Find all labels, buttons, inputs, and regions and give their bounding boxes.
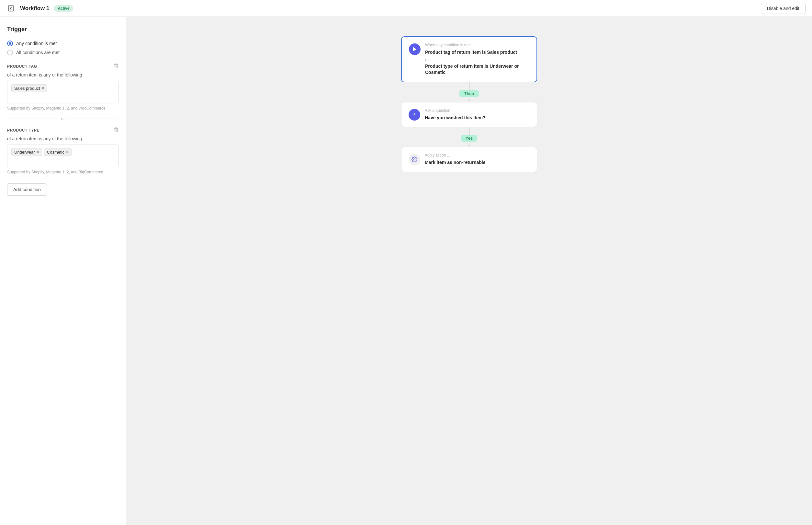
tag-sales-product: Sales product × — [11, 84, 47, 92]
or-text: or — [61, 116, 65, 121]
action-node-icon — [409, 154, 420, 165]
sidebar: Trigger Any condition is met All conditi… — [0, 17, 126, 525]
trigger-node-condition2: Product type of return item is Underwear… — [425, 63, 529, 76]
svg-marker-2 — [413, 47, 417, 51]
svg-rect-0 — [9, 5, 14, 11]
connector-line-1 — [469, 82, 469, 90]
layout: Trigger Any condition is met All conditi… — [0, 17, 812, 525]
question-node-subtitle: Ask a question ... — [425, 108, 530, 113]
remove-sales-product-tag[interactable]: × — [42, 86, 44, 91]
back-button[interactable] — [6, 4, 16, 13]
all-condition-label: All conditions are met — [16, 50, 60, 55]
action-node[interactable]: Apply action ... Mark item as non-return… — [401, 147, 537, 172]
disable-edit-button[interactable]: Disable and edit — [761, 3, 806, 14]
connector-line-2 — [469, 127, 469, 135]
tag-label: Cosmetic — [47, 150, 64, 154]
all-condition-option[interactable]: All conditions are met — [7, 49, 119, 56]
delete-product-tag-button[interactable] — [114, 63, 119, 70]
or-divider: or — [7, 116, 119, 121]
action-node-text: Mark item as non-returnable — [425, 160, 530, 166]
product-type-supported: Supported by Shopify, Magento 1, 2, and … — [7, 170, 119, 174]
active-badge: Active — [54, 5, 73, 12]
condition-label-product-tag: PRODUCT TAG — [7, 64, 37, 69]
product-type-tags-input[interactable]: Underwear × Cosmetic × — [7, 145, 119, 167]
condition-options: Any condition is met All conditions are … — [7, 41, 119, 56]
condition-header-product-type: PRODUCT TYPE — [7, 127, 119, 134]
tag-label: Underwear — [14, 150, 35, 154]
trigger-node-subtitle: When any condition is met ... — [425, 43, 529, 47]
product-tag-supported: Supported by Shopify, Magento 1, 2, and … — [7, 106, 119, 110]
condition-desc-product-tag: of a return item is any of the following — [7, 72, 119, 77]
question-node-text: Have you washed this item? — [425, 115, 530, 121]
trigger-node-or: or — [425, 57, 529, 62]
tag-label: Sales product — [14, 86, 40, 91]
trigger-node[interactable]: When any condition is met ... Product ta… — [401, 36, 537, 82]
delete-product-type-button[interactable] — [114, 127, 119, 134]
svg-text:?: ? — [413, 113, 415, 117]
workflow-title: Workflow 1 — [20, 5, 49, 12]
remove-cosmetic-tag[interactable]: × — [66, 149, 69, 154]
tag-cosmetic: Cosmetic × — [44, 148, 72, 156]
action-node-content: Apply action ... Mark item as non-return… — [425, 153, 530, 166]
tag-underwear: Underwear × — [11, 148, 42, 156]
any-condition-radio[interactable] — [7, 41, 13, 46]
header: Workflow 1 Active Disable and edit — [0, 0, 812, 17]
trigger-node-icon — [409, 43, 421, 55]
question-node-icon: ? — [409, 109, 420, 121]
product-tag-tags-input[interactable]: Sales product × — [7, 81, 119, 103]
connector-yes: Yes ↓ — [461, 127, 477, 147]
trigger-node-content: When any condition is met ... Product ta… — [425, 43, 529, 76]
question-node-content: Ask a question ... Have you washed this … — [425, 108, 530, 121]
canvas: When any condition is met ... Product ta… — [126, 17, 812, 525]
condition-desc-product-type: of a return item is any of the following — [7, 136, 119, 141]
connector-arrow-1: ↓ — [468, 96, 471, 102]
condition-header-product-tag: PRODUCT TAG — [7, 63, 119, 70]
condition-block-product-type: PRODUCT TYPE of a return item is any of … — [7, 127, 119, 174]
any-condition-label: Any condition is met — [16, 41, 57, 46]
header-left: Workflow 1 Active — [6, 4, 73, 13]
remove-underwear-tag[interactable]: × — [36, 149, 39, 154]
any-condition-option[interactable]: Any condition is met — [7, 41, 119, 46]
connector-arrow-2: ↓ — [468, 141, 470, 147]
trigger-node-condition1: Product tag of return item is Sales prod… — [425, 49, 529, 56]
question-node[interactable]: ? Ask a question ... Have you washed thi… — [401, 102, 537, 127]
svg-point-4 — [414, 159, 416, 161]
all-condition-radio[interactable] — [7, 49, 13, 56]
connector-then: Then ↓ — [459, 82, 479, 102]
condition-label-product-type: PRODUCT TYPE — [7, 128, 40, 133]
trigger-title: Trigger — [7, 26, 119, 33]
add-condition-button[interactable]: Add condition — [7, 183, 47, 196]
action-node-subtitle: Apply action ... — [425, 153, 530, 158]
workflow-diagram: When any condition is met ... Product ta… — [395, 36, 544, 172]
condition-block-product-tag: PRODUCT TAG of a return item is any of t… — [7, 63, 119, 110]
